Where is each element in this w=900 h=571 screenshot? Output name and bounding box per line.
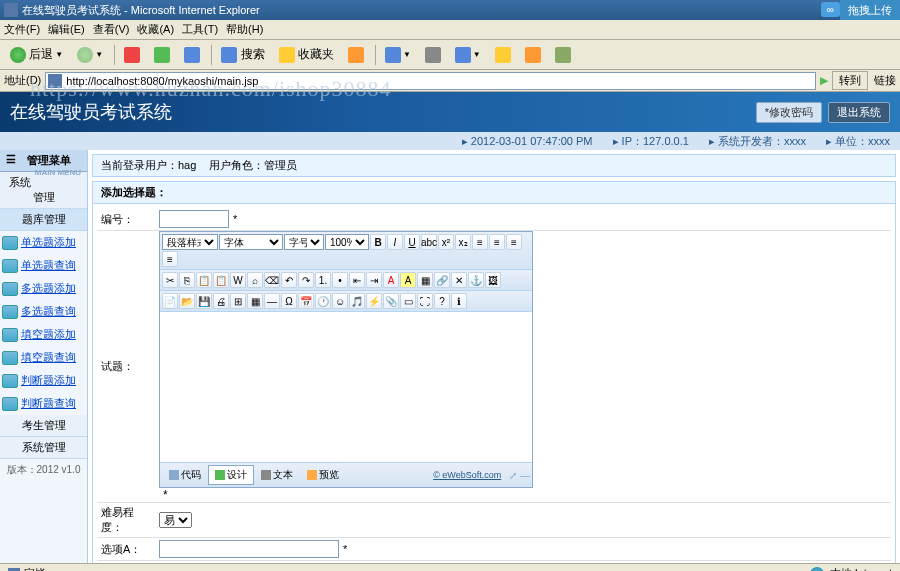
sidebar-link-single-add[interactable]: 单选题添加: [0, 231, 87, 254]
print-button[interactable]: [419, 45, 447, 65]
history-button[interactable]: [342, 45, 370, 65]
sidebar-section-student[interactable]: 考生管理: [0, 415, 87, 437]
address-input[interactable]: http://localhost:8080/mykaoshi/main.jsp: [45, 72, 816, 90]
remove-format-button[interactable]: ⌫: [264, 272, 280, 288]
open-button[interactable]: 📂: [179, 293, 195, 309]
sidebar-link-multi-add[interactable]: 多选题添加: [0, 277, 87, 300]
strike-button[interactable]: abc: [421, 234, 437, 250]
difficulty-select[interactable]: 易: [159, 512, 192, 528]
sidebar-link-judge-add[interactable]: 判断题添加: [0, 369, 87, 392]
logout-button[interactable]: 退出系统: [828, 102, 890, 123]
italic-button[interactable]: I: [387, 234, 403, 250]
sidebar-section-question-bank[interactable]: 题库管理: [0, 209, 87, 231]
forecolor-button[interactable]: A: [383, 272, 399, 288]
bgcolor-button[interactable]: ▦: [417, 272, 433, 288]
menu-favorites[interactable]: 收藏(A): [137, 22, 174, 37]
print-button2[interactable]: 🖨: [213, 293, 229, 309]
menu-file[interactable]: 文件(F): [4, 22, 40, 37]
help-button[interactable]: ℹ: [451, 293, 467, 309]
tab-design[interactable]: 设计: [208, 465, 254, 485]
find-button[interactable]: ⌕: [247, 272, 263, 288]
go-button[interactable]: 转到: [832, 71, 868, 90]
date-button[interactable]: 📅: [298, 293, 314, 309]
tab-preview[interactable]: 预览: [300, 465, 346, 485]
emot-button[interactable]: ☺: [332, 293, 348, 309]
sidebar-link-fill-add[interactable]: 填空题添加: [0, 323, 87, 346]
backcolor-button[interactable]: A: [400, 272, 416, 288]
discuss-button[interactable]: [489, 45, 517, 65]
sidebar-section-system[interactable]: 系统管理: [0, 172, 87, 209]
tab-text[interactable]: 文本: [254, 465, 300, 485]
unlink-button[interactable]: ✕: [451, 272, 467, 288]
undo-button[interactable]: ↶: [281, 272, 297, 288]
home-button[interactable]: [178, 45, 206, 65]
menu-tools[interactable]: 工具(T): [182, 22, 218, 37]
menu-help[interactable]: 帮助(H): [226, 22, 263, 37]
redo-button[interactable]: ↷: [298, 272, 314, 288]
cut-button[interactable]: ✂: [162, 272, 178, 288]
indent-button[interactable]: ⇥: [366, 272, 382, 288]
input-number[interactable]: [159, 210, 229, 228]
outdent-button[interactable]: ⇤: [349, 272, 365, 288]
underline-button[interactable]: U: [404, 234, 420, 250]
align-right-button[interactable]: ≡: [506, 234, 522, 250]
align-left-button[interactable]: ≡: [472, 234, 488, 250]
cloud-badge[interactable]: ∞: [821, 2, 840, 17]
ol-button[interactable]: 1.: [315, 272, 331, 288]
media-button[interactable]: 🎵: [349, 293, 365, 309]
size-select[interactable]: 字号: [284, 234, 324, 250]
favorites-button[interactable]: 收藏夹: [273, 44, 340, 65]
bold-button[interactable]: B: [370, 234, 386, 250]
time-button[interactable]: 🕐: [315, 293, 331, 309]
link-button[interactable]: 🔗: [434, 272, 450, 288]
format-select[interactable]: 段落样式: [162, 234, 218, 250]
align-center-button[interactable]: ≡: [489, 234, 505, 250]
paste-text-button[interactable]: 📋: [213, 272, 229, 288]
stop-button[interactable]: [118, 45, 146, 65]
refresh-button[interactable]: [148, 45, 176, 65]
sidebar-link-judge-query[interactable]: 判断题查询: [0, 392, 87, 415]
table-button[interactable]: ⊞: [230, 293, 246, 309]
table-prop-button[interactable]: ▦: [247, 293, 263, 309]
edit-button[interactable]: ▼: [449, 45, 487, 65]
fullscreen-button[interactable]: ⛶: [417, 293, 433, 309]
save-button[interactable]: 💾: [196, 293, 212, 309]
anchor-button[interactable]: ⚓: [468, 272, 484, 288]
sidebar-section-system2[interactable]: 系统管理: [0, 437, 87, 459]
input-option-a[interactable]: [159, 540, 339, 558]
editor-expand-icon[interactable]: ⤢ —: [509, 470, 530, 481]
hr-button[interactable]: —: [264, 293, 280, 309]
paste-word-button[interactable]: W: [230, 272, 246, 288]
messenger-button[interactable]: [519, 45, 547, 65]
file-button[interactable]: 📎: [383, 293, 399, 309]
editor-credit[interactable]: © eWebSoft.com: [433, 470, 501, 480]
flash-button[interactable]: ⚡: [366, 293, 382, 309]
ul-button[interactable]: •: [332, 272, 348, 288]
sub-button[interactable]: x₂: [455, 234, 471, 250]
drag-upload-badge[interactable]: 拖拽上传: [840, 0, 900, 20]
menu-view[interactable]: 查看(V): [93, 22, 130, 37]
editor-textarea[interactable]: [160, 312, 532, 462]
copy-button[interactable]: ⎘: [179, 272, 195, 288]
sidebar-link-fill-query[interactable]: 填空题查询: [0, 346, 87, 369]
align-justify-button[interactable]: ≡: [162, 251, 178, 267]
sidebar-link-single-query[interactable]: 单选题查询: [0, 254, 87, 277]
paste-button[interactable]: 📋: [196, 272, 212, 288]
about-button[interactable]: ?: [434, 293, 450, 309]
back-button[interactable]: 后退▼: [4, 44, 69, 65]
form-button[interactable]: ▭: [400, 293, 416, 309]
search-button[interactable]: 搜索: [215, 44, 270, 65]
zoom-select[interactable]: 100%: [325, 234, 369, 250]
change-password-button[interactable]: *修改密码: [756, 102, 822, 123]
research-button[interactable]: [549, 45, 577, 65]
sidebar-link-multi-query[interactable]: 多选题查询: [0, 300, 87, 323]
mail-button[interactable]: ▼: [379, 45, 417, 65]
super-button[interactable]: x²: [438, 234, 454, 250]
menu-edit[interactable]: 编辑(E): [48, 22, 85, 37]
forward-button[interactable]: ▼: [71, 45, 109, 65]
new-button[interactable]: 📄: [162, 293, 178, 309]
symbol-button[interactable]: Ω: [281, 293, 297, 309]
links-label[interactable]: 链接: [874, 73, 896, 88]
tab-code[interactable]: 代码: [162, 465, 208, 485]
image-button[interactable]: 🖼: [485, 272, 501, 288]
